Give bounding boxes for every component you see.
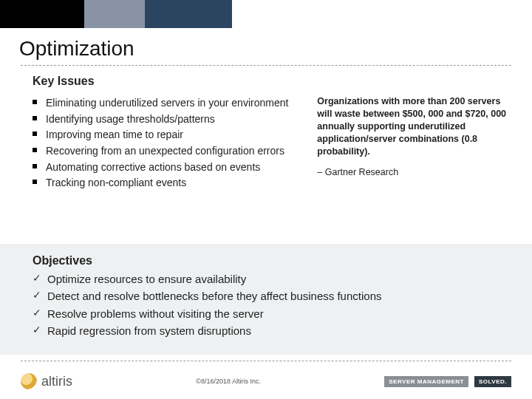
list-item: Rapid regression from system disruptions	[33, 322, 511, 339]
tb-block-black	[0, 0, 84, 28]
list-item: Automating corrective actions based on e…	[33, 160, 295, 176]
list-item: Recovering from an unexpected configurat…	[33, 143, 295, 160]
solved-badge: SOLVED.	[474, 376, 511, 387]
list-item: Tracking non-compliant events	[33, 175, 295, 191]
footer: altiris ©8/16/2018 Altiris Inc. SERVER M…	[0, 364, 532, 398]
key-issues-list: Eliminating underutilized servers in you…	[33, 95, 295, 191]
key-issues-heading: Key Issues	[33, 75, 511, 88]
objectives-band: Objectives Optimize resources to ensure …	[0, 244, 532, 355]
list-item: Improving mean time to repair	[33, 127, 295, 143]
objectives-list: Optimize resources to ensure availabilit…	[33, 270, 511, 339]
list-item: Identifying usage thresholds/patterns	[33, 112, 295, 128]
altiris-logo: altiris	[21, 373, 72, 389]
objectives-heading: Objectives	[33, 254, 511, 267]
list-item: Detect and resolve bottlenecks before th…	[33, 287, 511, 304]
title-bar	[0, 0, 532, 28]
list-item: Optimize resources to ensure availabilit…	[33, 270, 511, 287]
tb-block-slate	[84, 0, 145, 28]
page-title: Optimization	[19, 37, 511, 61]
list-item: Resolve problems without visiting the se…	[33, 305, 511, 322]
logo-mark-icon	[21, 373, 37, 389]
callout-text: Organizations with more than 200 servers…	[317, 95, 511, 157]
list-item: Eliminating underutilized servers in you…	[33, 95, 295, 112]
callout-attribution: – Gartner Research	[317, 166, 511, 179]
divider-bottom	[21, 361, 511, 361]
divider-top	[21, 65, 511, 66]
copyright: ©8/16/2018 Altiris Inc.	[72, 378, 384, 385]
brand-name: altiris	[41, 374, 72, 389]
server-management-badge: SERVER MANAGEMENT	[384, 376, 468, 387]
tb-block-white	[232, 0, 532, 28]
tb-block-navy	[145, 0, 232, 28]
